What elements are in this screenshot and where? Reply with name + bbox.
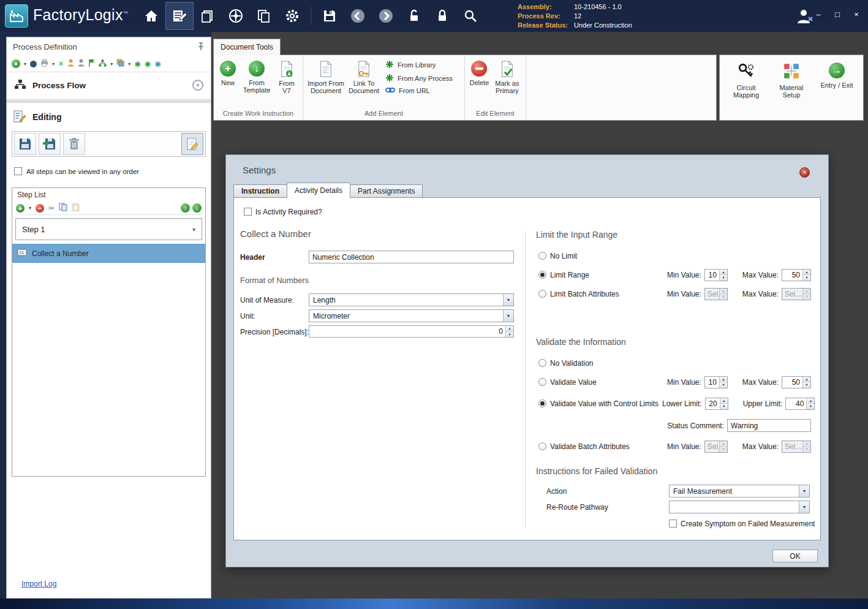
validate-batch-row: Validate Batch Attributes Min Value: Sel… — [538, 440, 811, 453]
unlock-button[interactable] — [400, 2, 428, 30]
paste-icon[interactable] — [72, 203, 80, 213]
forward-button[interactable] — [372, 2, 400, 30]
copy-icon[interactable] — [59, 203, 67, 213]
from-library-button[interactable]: From Library — [385, 60, 453, 70]
globe-teal-icon[interactable] — [154, 59, 160, 68]
document-pencil-icon — [186, 137, 199, 151]
validate-value-radio[interactable] — [538, 378, 546, 386]
mark-as-primary-button[interactable]: Mark as Primary — [491, 59, 523, 94]
create-symptom-checkbox[interactable] — [669, 520, 677, 528]
hierarchy-dropdown-caret-icon[interactable] — [110, 61, 113, 67]
import-button[interactable] — [39, 133, 61, 155]
save-step-button[interactable] — [14, 133, 36, 155]
save-button[interactable] — [315, 2, 344, 30]
unit-of-measure-select[interactable]: Length — [309, 293, 514, 306]
limit-range-min-spinner[interactable]: 10 — [704, 269, 728, 281]
hierarchy-icon[interactable] — [99, 59, 107, 69]
settings-button[interactable] — [278, 2, 306, 30]
person-gray-icon[interactable] — [78, 59, 85, 69]
process-definition-panel: Process Definition — [6, 37, 211, 599]
from-template-button[interactable]: From Template — [240, 59, 274, 94]
step-activity-item[interactable]: 01 Collect a Number — [12, 244, 205, 263]
lower-limit-spinner[interactable]: 20 — [705, 398, 728, 410]
header-input[interactable] — [309, 251, 514, 263]
add-dropdown-caret-icon[interactable] — [24, 61, 26, 67]
minimize-button[interactable]: – — [814, 10, 823, 19]
audit-search-button[interactable] — [456, 2, 485, 30]
remove-icon[interactable] — [58, 60, 64, 68]
link-to-document-button[interactable]: Link To Document — [346, 59, 382, 94]
from-url-button[interactable]: From URL — [385, 87, 453, 94]
dropdown-arrow-icon[interactable] — [799, 485, 809, 497]
dialog-close-button[interactable] — [799, 167, 810, 178]
lock-button[interactable] — [428, 2, 456, 30]
dropdown-arrow-icon[interactable] — [799, 501, 809, 513]
maximize-button[interactable]: □ — [833, 10, 842, 19]
home-button[interactable] — [137, 2, 165, 30]
dropdown-arrow-icon[interactable] — [503, 310, 513, 322]
new-button[interactable]: New — [216, 59, 240, 86]
dropdown-arrow-icon[interactable] — [503, 294, 513, 306]
entry-exit-button[interactable]: Entry / Exit — [817, 62, 857, 89]
back-button[interactable] — [344, 2, 372, 30]
process-definition-button[interactable] — [165, 2, 194, 30]
from-v7-button[interactable]: From V7 — [274, 59, 300, 94]
limit-range-radio[interactable] — [538, 271, 546, 279]
remove-step-icon[interactable] — [36, 204, 44, 213]
work-orders-button[interactable] — [194, 2, 222, 30]
move-up-icon[interactable] — [181, 203, 190, 213]
record-icon[interactable] — [145, 59, 151, 68]
limit-range-max-spinner[interactable]: 50 — [782, 269, 811, 281]
step-selector[interactable]: Step 1 — [15, 218, 202, 240]
reroute-pathway-select[interactable] — [669, 501, 810, 513]
circuit-mapping-button[interactable]: Circuit Mapping — [726, 62, 766, 99]
material-setup-button[interactable]: Material Setup — [771, 62, 812, 99]
add-icon[interactable] — [12, 59, 20, 68]
status-comment-input[interactable] — [727, 419, 811, 432]
upper-limit-spinner[interactable]: 40 — [785, 398, 815, 410]
add-step-icon[interactable] — [16, 204, 25, 213]
validate-value-max-spinner[interactable]: 50 — [782, 376, 811, 388]
document-tools-tab[interactable]: Document Tools — [213, 39, 281, 55]
validate-value-min-spinner[interactable]: 10 — [704, 376, 728, 388]
import-log-link[interactable]: Import Log — [21, 580, 56, 588]
any-order-checkbox[interactable] — [14, 167, 22, 175]
globe-green-icon[interactable] — [134, 59, 140, 68]
validate-batch-radio[interactable] — [538, 442, 546, 450]
person-gold-icon[interactable] — [67, 59, 74, 69]
ok-button[interactable]: OK — [772, 550, 818, 562]
spin-down-icon[interactable] — [506, 331, 513, 338]
move-down-icon[interactable] — [192, 203, 202, 213]
pin-icon[interactable] — [197, 42, 205, 53]
dispatch-button[interactable] — [222, 2, 250, 30]
flag-icon[interactable] — [88, 59, 95, 69]
spin-up-icon[interactable] — [506, 326, 513, 331]
logout-user-button[interactable] — [794, 6, 816, 27]
tab-activity-details[interactable]: Activity Details — [287, 183, 350, 198]
print-dropdown-caret-icon[interactable] — [52, 61, 55, 67]
globe-icon[interactable] — [30, 61, 37, 67]
tab-instruction[interactable]: Instruction — [233, 184, 287, 198]
action-select[interactable]: Fail Measurement — [669, 485, 810, 497]
close-button[interactable]: × — [852, 10, 861, 19]
precision-spinner[interactable]: 0 — [309, 325, 514, 338]
documents-button[interactable] — [250, 2, 278, 30]
no-limit-radio[interactable] — [538, 252, 546, 260]
layers-dropdown-caret-icon[interactable] — [128, 61, 130, 67]
add-step-caret-icon[interactable] — [29, 205, 31, 211]
layers-icon[interactable] — [116, 59, 124, 69]
import-from-document-button[interactable]: Import From Document — [306, 59, 346, 94]
tab-part-assignments[interactable]: Part Assignments — [350, 184, 423, 198]
unit-select[interactable]: Micrometer — [309, 309, 514, 322]
from-any-process-button[interactable]: From Any Process — [385, 74, 453, 83]
delete-element-button[interactable]: Delete — [467, 59, 491, 86]
print-icon[interactable] — [40, 59, 48, 69]
limit-batch-radio[interactable] — [538, 290, 546, 298]
cut-icon[interactable] — [48, 204, 55, 213]
collapse-chevron-icon[interactable] — [192, 80, 203, 91]
no-validation-radio[interactable] — [538, 359, 546, 367]
activity-required-checkbox[interactable] — [244, 208, 252, 216]
delete-step-button[interactable] — [63, 133, 85, 155]
edit-work-instruction-button[interactable] — [181, 133, 203, 155]
control-limits-radio[interactable] — [538, 399, 546, 407]
